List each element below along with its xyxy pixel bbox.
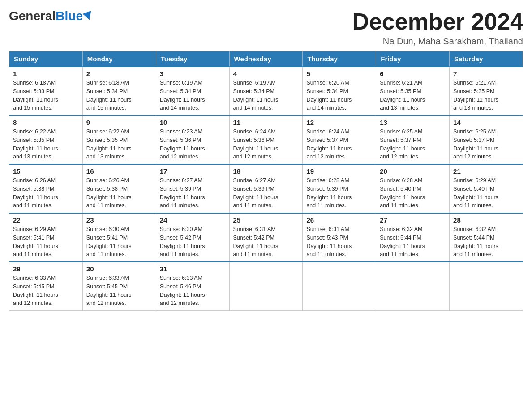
calendar-cell: 16 Sunrise: 6:26 AM Sunset: 5:38 PM Dayl…: [82, 164, 156, 213]
location-subtitle: Na Dun, Maha Sarakham, Thailand: [352, 36, 523, 47]
calendar-cell: 14 Sunrise: 6:25 AM Sunset: 5:37 PM Dayl…: [450, 116, 523, 164]
month-year-title: December 2024: [352, 9, 523, 34]
day-number: 7: [453, 70, 519, 77]
calendar-cell: 18 Sunrise: 6:27 AM Sunset: 5:39 PM Dayl…: [229, 164, 303, 213]
calendar-cell: 17 Sunrise: 6:27 AM Sunset: 5:39 PM Dayl…: [156, 164, 229, 213]
calendar-cell: 26 Sunrise: 6:31 AM Sunset: 5:43 PM Dayl…: [303, 213, 376, 262]
calendar-cell: 6 Sunrise: 6:21 AM Sunset: 5:35 PM Dayli…: [376, 67, 450, 116]
calendar-cell: 15 Sunrise: 6:26 AM Sunset: 5:38 PM Dayl…: [9, 164, 83, 213]
day-info: Sunrise: 6:28 AM Sunset: 5:40 PM Dayligh…: [380, 176, 446, 210]
day-number: 10: [160, 119, 226, 126]
week-row-2: 8 Sunrise: 6:22 AM Sunset: 5:35 PM Dayli…: [9, 116, 523, 164]
day-number: 22: [13, 216, 79, 224]
calendar-cell: [450, 262, 523, 311]
weekday-header-monday: Monday: [82, 51, 156, 67]
day-number: 18: [233, 167, 299, 175]
calendar-cell: 5 Sunrise: 6:20 AM Sunset: 5:34 PM Dayli…: [303, 67, 376, 116]
day-info: Sunrise: 6:26 AM Sunset: 5:38 PM Dayligh…: [86, 176, 152, 210]
calendar-cell: 31 Sunrise: 6:33 AM Sunset: 5:46 PM Dayl…: [156, 262, 229, 311]
day-info: Sunrise: 6:25 AM Sunset: 5:37 PM Dayligh…: [453, 128, 519, 161]
calendar-cell: [376, 262, 450, 311]
weekday-header-wednesday: Wednesday: [229, 51, 303, 67]
day-number: 19: [306, 167, 372, 175]
day-number: 3: [160, 70, 226, 77]
day-number: 8: [13, 119, 79, 126]
day-number: 28: [453, 216, 519, 224]
calendar-header-row: SundayMondayTuesdayWednesdayThursdayFrid…: [9, 51, 523, 67]
day-number: 5: [306, 70, 372, 77]
day-number: 6: [380, 70, 446, 77]
day-info: Sunrise: 6:22 AM Sunset: 5:35 PM Dayligh…: [13, 128, 79, 161]
day-info: Sunrise: 6:30 AM Sunset: 5:42 PM Dayligh…: [160, 225, 226, 259]
week-row-3: 15 Sunrise: 6:26 AM Sunset: 5:38 PM Dayl…: [9, 164, 523, 213]
week-row-4: 22 Sunrise: 6:29 AM Sunset: 5:41 PM Dayl…: [9, 213, 523, 262]
day-info: Sunrise: 6:24 AM Sunset: 5:37 PM Dayligh…: [306, 128, 372, 161]
calendar-cell: 4 Sunrise: 6:19 AM Sunset: 5:34 PM Dayli…: [229, 67, 303, 116]
calendar-cell: 22 Sunrise: 6:29 AM Sunset: 5:41 PM Dayl…: [9, 213, 83, 262]
day-info: Sunrise: 6:19 AM Sunset: 5:34 PM Dayligh…: [160, 79, 226, 112]
day-info: Sunrise: 6:20 AM Sunset: 5:34 PM Dayligh…: [306, 79, 372, 112]
day-info: Sunrise: 6:32 AM Sunset: 5:44 PM Dayligh…: [380, 225, 446, 259]
weekday-header-friday: Friday: [376, 51, 450, 67]
logo-triangle-icon: [82, 11, 94, 21]
calendar-cell: 30 Sunrise: 6:33 AM Sunset: 5:45 PM Dayl…: [82, 262, 156, 311]
day-info: Sunrise: 6:21 AM Sunset: 5:35 PM Dayligh…: [453, 79, 519, 112]
day-info: Sunrise: 6:18 AM Sunset: 5:33 PM Dayligh…: [13, 79, 79, 112]
day-number: 12: [306, 119, 372, 126]
calendar-cell: 9 Sunrise: 6:22 AM Sunset: 5:35 PM Dayli…: [82, 116, 156, 164]
day-number: 17: [160, 167, 226, 175]
day-info: Sunrise: 6:27 AM Sunset: 5:39 PM Dayligh…: [233, 176, 299, 210]
calendar-cell: 27 Sunrise: 6:32 AM Sunset: 5:44 PM Dayl…: [376, 213, 450, 262]
day-info: Sunrise: 6:29 AM Sunset: 5:40 PM Dayligh…: [453, 176, 519, 210]
weekday-header-sunday: Sunday: [9, 51, 83, 67]
day-info: Sunrise: 6:27 AM Sunset: 5:39 PM Dayligh…: [160, 176, 226, 210]
weekday-header-thursday: Thursday: [303, 51, 376, 67]
day-info: Sunrise: 6:32 AM Sunset: 5:44 PM Dayligh…: [453, 225, 519, 259]
calendar-cell: 13 Sunrise: 6:25 AM Sunset: 5:37 PM Dayl…: [376, 116, 450, 164]
calendar-cell: 19 Sunrise: 6:28 AM Sunset: 5:39 PM Dayl…: [303, 164, 376, 213]
title-section: December 2024 Na Dun, Maha Sarakham, Tha…: [352, 9, 523, 47]
calendar-cell: 1 Sunrise: 6:18 AM Sunset: 5:33 PM Dayli…: [9, 67, 83, 116]
calendar-cell: 23 Sunrise: 6:30 AM Sunset: 5:41 PM Dayl…: [82, 213, 156, 262]
day-info: Sunrise: 6:26 AM Sunset: 5:38 PM Dayligh…: [13, 176, 79, 210]
day-number: 26: [306, 216, 372, 224]
day-info: Sunrise: 6:31 AM Sunset: 5:43 PM Dayligh…: [306, 225, 372, 259]
calendar-cell: 12 Sunrise: 6:24 AM Sunset: 5:37 PM Dayl…: [303, 116, 376, 164]
day-number: 11: [233, 119, 299, 126]
calendar-cell: 24 Sunrise: 6:30 AM Sunset: 5:42 PM Dayl…: [156, 213, 229, 262]
day-number: 27: [380, 216, 446, 224]
day-info: Sunrise: 6:23 AM Sunset: 5:36 PM Dayligh…: [160, 128, 226, 161]
calendar-cell: 3 Sunrise: 6:19 AM Sunset: 5:34 PM Dayli…: [156, 67, 229, 116]
day-info: Sunrise: 6:18 AM Sunset: 5:34 PM Dayligh…: [86, 79, 152, 112]
calendar-cell: [303, 262, 376, 311]
calendar-cell: 21 Sunrise: 6:29 AM Sunset: 5:40 PM Dayl…: [450, 164, 523, 213]
calendar-cell: 2 Sunrise: 6:18 AM Sunset: 5:34 PM Dayli…: [82, 67, 156, 116]
day-number: 31: [160, 265, 226, 273]
day-number: 2: [86, 70, 152, 77]
day-number: 29: [13, 265, 79, 273]
calendar-cell: 20 Sunrise: 6:28 AM Sunset: 5:40 PM Dayl…: [376, 164, 450, 213]
day-info: Sunrise: 6:25 AM Sunset: 5:37 PM Dayligh…: [380, 128, 446, 161]
calendar-cell: 11 Sunrise: 6:24 AM Sunset: 5:36 PM Dayl…: [229, 116, 303, 164]
week-row-1: 1 Sunrise: 6:18 AM Sunset: 5:33 PM Dayli…: [9, 67, 523, 116]
calendar-cell: 7 Sunrise: 6:21 AM Sunset: 5:35 PM Dayli…: [450, 67, 523, 116]
day-number: 23: [86, 216, 152, 224]
calendar-cell: 29 Sunrise: 6:33 AM Sunset: 5:45 PM Dayl…: [9, 262, 83, 311]
day-info: Sunrise: 6:21 AM Sunset: 5:35 PM Dayligh…: [380, 79, 446, 112]
weekday-header-saturday: Saturday: [450, 51, 523, 67]
day-number: 1: [13, 70, 79, 77]
day-number: 30: [86, 265, 152, 273]
page-header: General Blue December 2024 Na Dun, Maha …: [9, 9, 523, 47]
day-info: Sunrise: 6:33 AM Sunset: 5:45 PM Dayligh…: [86, 274, 152, 308]
day-info: Sunrise: 6:30 AM Sunset: 5:41 PM Dayligh…: [86, 225, 152, 259]
day-number: 24: [160, 216, 226, 224]
day-info: Sunrise: 6:24 AM Sunset: 5:36 PM Dayligh…: [233, 128, 299, 161]
day-info: Sunrise: 6:33 AM Sunset: 5:46 PM Dayligh…: [160, 274, 226, 308]
calendar-cell: 28 Sunrise: 6:32 AM Sunset: 5:44 PM Dayl…: [450, 213, 523, 262]
week-row-5: 29 Sunrise: 6:33 AM Sunset: 5:45 PM Dayl…: [9, 262, 523, 311]
logo-blue-part: Blue: [56, 9, 93, 23]
day-number: 9: [86, 119, 152, 126]
day-number: 25: [233, 216, 299, 224]
day-number: 16: [86, 167, 152, 175]
day-number: 4: [233, 70, 299, 77]
